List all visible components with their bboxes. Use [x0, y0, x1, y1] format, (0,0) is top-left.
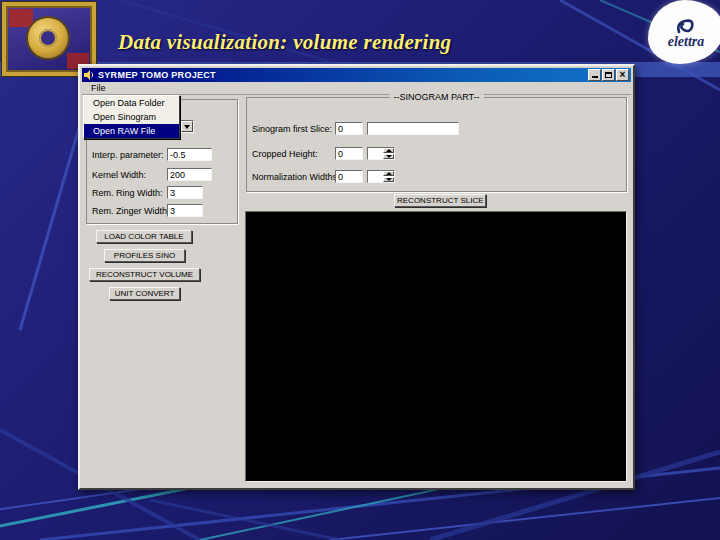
minimize-button[interactable]: [588, 69, 601, 81]
interp-parameter-label: Interp. parameter:: [92, 150, 164, 160]
unit-convert-button[interactable]: UNIT CONVERT: [109, 287, 180, 300]
spin-up-icon: [386, 172, 392, 175]
file-menu-dropdown: Open Data Folder Open Sinogram Open RAW …: [83, 95, 180, 139]
presentation-slide: Data visualization: volume rendering ele…: [0, 0, 720, 540]
rem-ring-width-input[interactable]: [167, 186, 203, 199]
app-window: SYRMEP TOMO PROJECT × File Interp. param…: [78, 64, 635, 490]
menu-item-open-sinogram[interactable]: Open Sinogram: [84, 110, 179, 124]
elettra-logo-text: elettra: [668, 37, 705, 47]
rem-zinger-width-label: Rem. Zinger Width:: [92, 206, 170, 216]
profiles-sino-button[interactable]: PROFILES SINO: [104, 249, 185, 262]
cropped-height-spin-down-button[interactable]: [383, 154, 394, 159]
load-color-table-button[interactable]: LOAD COLOR TABLE: [96, 230, 192, 243]
image-display-area: [245, 211, 627, 482]
minimize-icon: [592, 73, 598, 78]
spin-down-icon: [386, 155, 392, 158]
normalization-widths-label: Normalization Widths:: [252, 172, 340, 182]
normalization-spin-down-button[interactable]: [383, 177, 394, 182]
menu-item-open-raw-file[interactable]: Open RAW File: [84, 124, 179, 138]
crest-red-shape: [9, 9, 33, 27]
normalization-widths-spinner[interactable]: [367, 170, 395, 183]
spin-down-icon: [386, 178, 392, 181]
close-button[interactable]: ×: [616, 69, 629, 81]
elettra-swirl-icon: [674, 18, 698, 36]
close-icon: ×: [620, 71, 626, 79]
menu-file[interactable]: File: [87, 83, 110, 93]
maximize-icon: [605, 72, 612, 78]
chevron-down-icon: [184, 125, 190, 129]
rem-ring-width-label: Rem. Ring Width:: [92, 188, 163, 198]
normalization-widths-input[interactable]: [335, 170, 363, 183]
normalization-spin-up-button[interactable]: [383, 171, 394, 176]
rem-zinger-width-input[interactable]: [167, 204, 203, 217]
reconstruct-volume-button[interactable]: RECONSTRUCT VOLUME: [89, 268, 200, 281]
maximize-button[interactable]: [602, 69, 615, 81]
kernel-width-label: Kernel Width:: [92, 170, 146, 180]
cropped-height-spin-up-button[interactable]: [383, 148, 394, 153]
menu-bar: File: [82, 82, 631, 95]
cropped-height-input[interactable]: [335, 147, 363, 160]
reconstruct-slice-button[interactable]: RECONSTRUCT SLICE: [394, 194, 486, 207]
combo-dropdown-button[interactable]: [181, 121, 193, 132]
cropped-height-spinner[interactable]: [367, 147, 395, 160]
slide-title: Data visualization: volume rendering: [118, 30, 588, 55]
window-client-area: Interp. parameter: Kernel Width: Rem. Ri…: [82, 95, 631, 486]
crest-seal-center: [39, 29, 57, 47]
speaker-icon: [84, 70, 95, 80]
spin-up-icon: [386, 149, 392, 152]
interp-parameter-input[interactable]: [167, 148, 212, 161]
elettra-logo: elettra: [648, 0, 720, 64]
sinogram-first-slice-secondary-input[interactable]: [367, 122, 459, 135]
menu-item-open-data-folder[interactable]: Open Data Folder: [84, 96, 179, 110]
sinogram-first-slice-input[interactable]: [335, 122, 363, 135]
cropped-height-label: Cropped Height:: [252, 149, 318, 159]
window-title: SYRMEP TOMO PROJECT: [98, 70, 585, 80]
window-controls: ×: [588, 69, 629, 81]
sinogram-groupbox-title: --SINOGRAM PART--: [389, 92, 483, 102]
sinogram-first-slice-label: Sinogram first Slice:: [252, 124, 332, 134]
kernel-width-input[interactable]: [167, 168, 212, 181]
window-title-bar[interactable]: SYRMEP TOMO PROJECT ×: [82, 68, 631, 82]
